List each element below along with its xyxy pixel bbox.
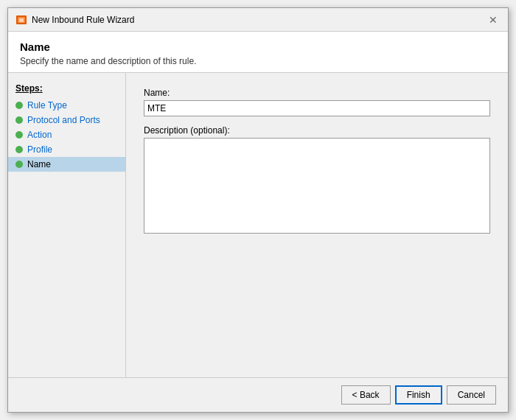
step-label-name: Name xyxy=(27,159,51,169)
back-button[interactable]: < Back xyxy=(341,385,391,405)
sidebar-item-rule-type[interactable]: Rule Type xyxy=(8,98,125,113)
description-form-group: Description (optional): xyxy=(144,125,490,236)
header-title: Name xyxy=(20,41,496,53)
dialog-window: New Inbound Rule Wizard ✕ Name Specify t… xyxy=(7,7,509,413)
sidebar-item-action[interactable]: Action xyxy=(8,127,125,142)
step-dot-name xyxy=(15,161,23,168)
step-label-rule-type: Rule Type xyxy=(27,100,67,111)
name-input[interactable] xyxy=(144,100,490,116)
steps-panel: Steps: Rule Type Protocol and Ports Acti… xyxy=(8,73,126,377)
dialog-header: Name Specify the name and description of… xyxy=(8,32,508,73)
svg-rect-2 xyxy=(19,18,24,22)
app-icon xyxy=(15,14,27,26)
title-bar: New Inbound Rule Wizard ✕ xyxy=(8,8,508,32)
cancel-button[interactable]: Cancel xyxy=(447,385,496,405)
dialog-body: Steps: Rule Type Protocol and Ports Acti… xyxy=(8,73,508,377)
step-dot-rule-type xyxy=(15,102,23,109)
content-panel: Name: Description (optional): xyxy=(126,73,508,377)
dialog-footer: < Back Finish Cancel xyxy=(8,377,508,412)
step-label-protocol-ports: Protocol and Ports xyxy=(27,115,100,125)
sidebar-item-protocol-ports[interactable]: Protocol and Ports xyxy=(8,113,125,127)
step-dot-protocol-ports xyxy=(15,116,23,124)
name-form-group: Name: xyxy=(144,88,490,116)
step-label-action: Action xyxy=(27,130,52,140)
step-label-profile: Profile xyxy=(27,144,52,155)
header-subtitle: Specify the name and description of this… xyxy=(20,56,496,66)
close-button[interactable]: ✕ xyxy=(486,13,501,27)
sidebar-item-name[interactable]: Name xyxy=(8,157,125,172)
name-label: Name: xyxy=(144,88,490,98)
finish-button[interactable]: Finish xyxy=(395,385,442,405)
title-bar-text: New Inbound Rule Wizard xyxy=(32,15,134,25)
sidebar-item-profile[interactable]: Profile xyxy=(8,142,125,157)
title-bar-left: New Inbound Rule Wizard xyxy=(15,14,134,26)
description-textarea[interactable] xyxy=(144,138,490,234)
steps-label: Steps: xyxy=(8,80,125,98)
description-label: Description (optional): xyxy=(144,125,490,136)
step-dot-profile xyxy=(15,146,23,153)
step-dot-action xyxy=(15,131,23,139)
